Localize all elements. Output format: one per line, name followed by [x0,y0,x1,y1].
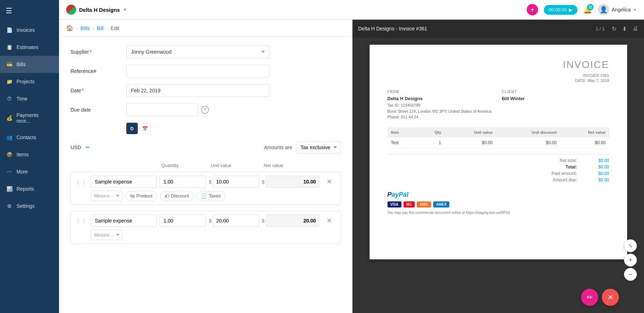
th-net-value: Net value [560,127,609,137]
remove-item-2[interactable]: ✕ [322,217,336,225]
payment-note: You may pay this commercial document onl… [387,210,609,215]
net-currency-sym-2: $ [262,218,264,224]
unit-input-2[interactable] [213,215,259,227]
breadcrumb-bill[interactable]: Bill [97,25,104,31]
currency-label: USD [70,145,81,150]
measure-select-1[interactable]: Measur... [91,191,122,201]
form-panel: 🏠 › Bills › Bill › Edit Supplier* Jonny … [59,20,352,313]
sidebar-item-estimates[interactable]: 📋 Estimates [0,39,59,56]
cancel-fab[interactable]: ✕ [602,289,619,306]
fab-container: ✏ ✕ [581,289,619,306]
row-qty: 1 [418,137,445,148]
invoice-from-client: FROM Delta H Designs Tax ID: 123456788 B… [387,90,609,120]
amounts-select[interactable]: Tax exclusive Tax inclusive No tax [297,141,341,153]
discover-card: DISC [417,201,431,207]
preview-title: Delta H Designs - Invoice #361 [358,26,596,31]
unit-input-1[interactable] [213,176,259,188]
time-icon: ⏱ [6,95,13,102]
timer-display: 00:00:00 [549,7,567,13]
sidebar-item-projects[interactable]: 📁 Projects [0,73,59,90]
zoom-fit-btn[interactable]: ⤡ [624,239,637,252]
reference-input[interactable] [126,65,269,78]
supplier-label: Supplier* [70,49,121,55]
qty-2[interactable] [160,215,206,227]
preview-page: 1 / 1 [596,26,605,31]
projects-icon: 📁 [6,78,13,85]
line-item-1: ⋮⋮ $ $ 10.00 ✕ [70,172,341,205]
refresh-btn[interactable]: ↻ [612,25,616,32]
sidebar-item-label: Invoices [16,27,35,33]
sidebar-item-items[interactable]: 📦 Items [0,146,59,163]
add-button[interactable]: + [527,4,538,15]
discount-btn-1[interactable]: 🏷 Discount [160,191,194,201]
client-label: CLIENT [502,90,609,94]
row-net-value: $0.00 [560,137,609,148]
user-menu-button[interactable]: 👤 Angelica ▼ [598,4,637,15]
net-total-row: Net total: $0.00 [387,158,609,163]
amex-card: AMEX [433,201,449,207]
invoice-paper: INVOICE INVOICE #361 DATE: May 7, 2018 F… [370,45,627,259]
sidebar-item-invoices[interactable]: 📄 Invoices [0,21,59,39]
download-btn[interactable]: ⬇ [622,25,627,32]
currency-edit-icon[interactable]: ✏ [86,145,90,150]
due-date-container: ? [126,103,209,116]
edit-fab[interactable]: ✏ [581,289,598,306]
drag-handle-1[interactable]: ⋮⋮ [75,178,88,185]
reference-row: Reference# [70,65,341,78]
notifications-button[interactable]: 🔔 31 [583,5,592,14]
sidebar-item-label: Items [16,152,29,157]
measure-select-2[interactable]: Measur... [91,230,122,240]
sidebar-item-more[interactable]: ⋯ More [0,163,59,180]
sidebar-item-reports[interactable]: 📊 Reports [0,180,59,197]
breadcrumb-bills[interactable]: Bills [80,25,90,31]
company-selector[interactable]: Delta H Designs ▼ [66,5,127,15]
paid-row: Paid amount: $0.00 [387,171,609,176]
row-item: Test [387,137,418,148]
sidebar-item-contacts[interactable]: 👥 Contacts [0,129,59,146]
sidebar-item-settings[interactable]: ⚙ Settings [0,197,59,215]
user-name: Angelica [611,7,631,13]
menu-toggle[interactable]: ☰ [0,0,59,21]
paid-label: Paid amount: [541,171,577,176]
date-input[interactable]: Feb 22, 2019 [126,84,269,97]
home-icon[interactable]: 🏠 [66,25,73,31]
qty-1[interactable] [160,176,206,188]
supplier-select[interactable]: Jonny Greenwood [126,45,269,58]
timer-button[interactable]: 00:00:00 ▶ [544,5,578,15]
hamburger-icon: ☰ [6,7,12,15]
sidebar-item-label: Projects [16,79,35,84]
invoice-meta: INVOICE #361 DATE: May 7, 2018 [387,73,609,83]
supplier-row: Supplier* Jonny Greenwood [70,45,341,58]
drag-handle-2[interactable]: ⋮⋮ [75,217,88,224]
net-total-label: Net total: [541,158,577,163]
item-name-1[interactable] [91,176,157,188]
due-date-input[interactable] [126,103,198,116]
date-btn-d[interactable]: D [126,123,138,134]
preview-content: INVOICE INVOICE #361 DATE: May 7, 2018 F… [352,38,644,313]
sidebar-item-time[interactable]: ⏱ Time [0,90,59,107]
remove-item-1[interactable]: ✕ [322,178,336,186]
taxes-btn-1[interactable]: 🧾 Taxes [196,191,225,201]
due-date-row: Due date ? [70,103,341,116]
taxes-label-1: Taxes [209,193,221,199]
sidebar-item-label: Payments rece... [16,112,53,124]
item-name-2[interactable] [91,215,157,227]
from-company: Delta H Designs [387,96,495,101]
sidebar-item-bills[interactable]: 💳 Bills [0,56,59,73]
due-date-label: Due date [70,107,121,113]
print-btn[interactable]: 🖨 [633,25,638,32]
date-label: Date* [70,88,121,93]
help-icon[interactable]: ? [201,106,209,114]
zoom-in-btn[interactable]: + [624,254,637,266]
sidebar-item-payments[interactable]: 💰 Payments rece... [0,107,59,129]
invoice-date: DATE: May 7, 2018 [387,78,609,83]
date-row: Date* Feb 22, 2019 [70,84,341,97]
zoom-out-btn[interactable]: − [624,268,637,281]
currency-row: USD ✏ Amounts are Tax exclusive Tax incl… [70,141,341,153]
line-item-1-top: ⋮⋮ $ $ 10.00 ✕ [75,176,336,188]
col-unit-value: Unit value [211,163,261,168]
product-btn-1[interactable]: 🛍 Product [125,191,157,201]
user-dropdown-icon: ▼ [633,8,637,12]
date-btn-calendar[interactable]: 📅 [139,123,151,134]
due-label: Amount due: [541,177,577,182]
